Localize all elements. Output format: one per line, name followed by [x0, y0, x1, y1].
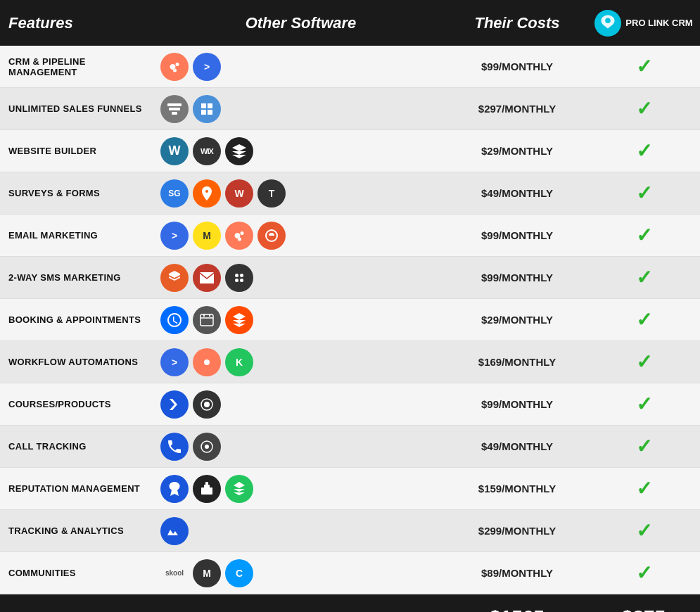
software-icon-teachable	[193, 390, 221, 419]
software-icons	[155, 386, 447, 423]
software-icon-agilecrm	[160, 264, 189, 292]
checkmark-icon: ✓	[636, 519, 652, 542]
table-row: CRM & PIPELINE MANAGEMENT > $99/MONTHLY …	[0, 46, 700, 88]
software-icon-activecampaign: >	[160, 222, 189, 250]
software-icons	[155, 471, 447, 507]
software-icon-amplitude	[160, 517, 189, 545]
software-icon-podium	[193, 475, 221, 503]
table-row: COURSES/PRODUCTS $99/MONTHLY ✓	[0, 383, 700, 426]
checkmark-icon: ✓	[636, 393, 652, 416]
checkmark-icon: ✓	[636, 477, 652, 500]
software-icons: skoolMC	[155, 555, 447, 592]
checkmark-cell: ✓	[587, 477, 700, 500]
software-icons: WWIX	[155, 133, 447, 170]
software-icon-calendly	[160, 306, 189, 334]
software-icon-mighty: M	[193, 559, 221, 587]
feature-name: CALL TRACKING	[0, 435, 155, 457]
checkmark-cell: ✓	[587, 519, 700, 542]
checkmark-cell: ✓	[587, 393, 700, 416]
software-icon-wordpress: W	[160, 137, 189, 165]
cost-value: $29/MONTHLY	[447, 145, 587, 157]
cost-value: $99/MONTHLY	[447, 398, 587, 410]
svg-point-14	[204, 359, 210, 365]
footer-their-total: $1565	[447, 606, 587, 613]
svg-rect-3	[169, 108, 180, 110]
checkmark-icon: ✓	[636, 435, 652, 458]
software-icon-keap: K	[225, 348, 253, 376]
software-icon-twilio	[225, 264, 253, 292]
feature-name: WORKFLOW AUTOMATIONS	[0, 351, 155, 373]
svg-rect-6	[235, 274, 238, 277]
checkmark-icon: ✓	[636, 139, 652, 162]
checkmark-cell: ✓	[587, 561, 700, 585]
software-icon-surveygizmo: SG	[160, 179, 189, 208]
header-their-costs: Their Costs	[447, 14, 587, 32]
software-icon-campaignrefinery	[257, 222, 286, 250]
cost-value: $29/MONTHLY	[447, 314, 587, 326]
svg-rect-4	[172, 112, 177, 115]
table-row: 2-WAY SMS MARKETING $99/MONTHLY ✓	[0, 257, 700, 299]
cost-value: $89/MONTHLY	[447, 567, 587, 579]
checkmark-icon: ✓	[636, 97, 652, 120]
cost-value: $49/MONTHLY	[447, 187, 587, 199]
feature-name: EMAIL MARKETING	[0, 224, 155, 246]
software-icons	[155, 302, 447, 338]
svg-rect-21	[205, 482, 208, 486]
checkmark-cell: ✓	[587, 139, 700, 162]
software-icon-woorise: W	[225, 179, 253, 208]
checkmark-cell: ✓	[587, 435, 700, 458]
software-icons	[155, 513, 447, 549]
checkmark-cell: ✓	[587, 224, 700, 247]
feature-name: UNLIMITED SALES FUNNELS	[0, 98, 155, 120]
software-icon-birdeye	[160, 475, 189, 503]
software-icon-infusionsoft	[193, 348, 221, 376]
cost-value: $159/MONTHLY	[447, 483, 587, 495]
software-icon-squarespace	[225, 137, 253, 165]
checkmark-cell: ✓	[587, 308, 700, 331]
checkmark-icon: ✓	[636, 224, 652, 247]
software-icon-zapier	[225, 306, 253, 334]
software-icon-callrail	[160, 433, 189, 461]
checkmark-icon: ✓	[636, 266, 652, 289]
cost-value: $299/MONTHLY	[447, 525, 587, 537]
software-icon-clickfunnels	[160, 95, 189, 123]
software-icon-kartra	[193, 95, 221, 123]
header-other-software: Other Software	[155, 14, 447, 32]
software-icon-sendlane	[193, 264, 221, 292]
software-icons	[155, 91, 447, 127]
software-icon-jotform	[193, 179, 221, 208]
feature-name: SURVEYS & FORMS	[0, 182, 155, 204]
cost-value: $49/MONTHLY	[447, 440, 587, 452]
checkmark-cell: ✓	[587, 97, 700, 120]
software-icon-hubspot	[225, 222, 253, 250]
checkmark-icon: ✓	[636, 181, 652, 205]
software-icon-wix: WIX	[193, 137, 221, 165]
checkmark-icon: ✓	[636, 350, 652, 374]
svg-rect-2	[167, 103, 182, 106]
table-row: WEBSITE BUILDER WWIX $29/MONTHLY ✓	[0, 130, 700, 172]
table-row: UNLIMITED SALES FUNNELS $297/MONTHLY ✓	[0, 88, 700, 130]
svg-point-18	[205, 445, 209, 449]
software-icon-circle: C	[225, 559, 253, 587]
software-icon-hubspot	[160, 53, 189, 81]
feature-name: COMMUNITIES	[0, 562, 155, 584]
svg-rect-7	[240, 274, 243, 277]
table-row: TRACKING & ANALYTICS $299/MONTHLY ✓	[0, 510, 700, 552]
cost-value: $297/MONTHLY	[447, 103, 587, 115]
software-icons: SGWT	[155, 175, 447, 212]
table-footer: $1565 $375	[0, 594, 700, 612]
footer-our-total: $375	[587, 606, 700, 613]
cost-value: $99/MONTHLY	[447, 272, 587, 283]
pro-link-crm-logo-icon	[594, 10, 621, 37]
software-icons	[155, 260, 447, 296]
cost-value: $99/MONTHLY	[447, 229, 587, 241]
checkmark-icon: ✓	[636, 561, 652, 585]
svg-rect-9	[240, 279, 243, 282]
checkmark-icon: ✓	[636, 55, 652, 78]
software-icon-mailchimp: M	[193, 222, 221, 250]
table-row: WORKFLOW AUTOMATIONS >K $169/MONTHLY ✓	[0, 341, 700, 383]
software-icon-brightlocal	[225, 475, 253, 503]
cost-value: $99/MONTHLY	[447, 60, 587, 72]
header-logo: PRO LINK CRM	[587, 10, 700, 37]
feature-name: REPUTATION MANAGEMENT	[0, 478, 155, 499]
